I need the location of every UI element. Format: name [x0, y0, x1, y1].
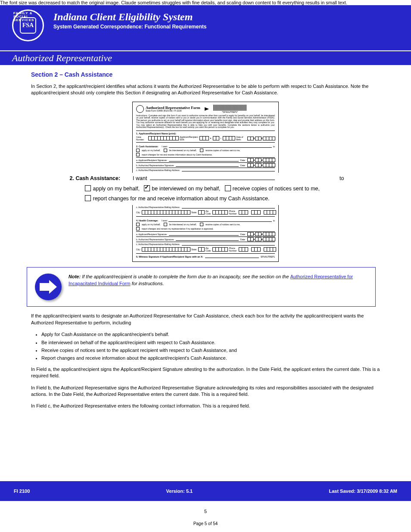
callout-opt4: report changes for me and receive inform…	[93, 196, 269, 202]
callout-opt2: be interviewed on my behalf,	[152, 186, 220, 192]
agency-seal: FAMILY & SOCIAL SERVICES FSA	[12, 9, 44, 41]
note-text: If the applicant/recipient is unable to …	[82, 274, 290, 279]
s1-ssn: Applicant/Recipient SSN:	[180, 136, 198, 141]
header-band: FAMILY & SOCIAL SERVICES FSA Indiana Cli…	[0, 5, 411, 50]
page-title: Indiana Client Eligibility System	[53, 11, 206, 23]
note-label: Note:	[68, 274, 81, 279]
footer-left: FI 2100	[14, 488, 30, 494]
field-a-paragraph: In Field a, the applicant/recipient sign…	[31, 366, 380, 380]
page-number: 5	[0, 509, 411, 514]
section-band: Authorized Representative	[0, 51, 411, 65]
s1-dob: Date of Birth:	[236, 136, 246, 141]
list-item: Receive copies of notices sent to the ap…	[41, 347, 380, 354]
case-cells	[148, 136, 178, 140]
intro-paragraph: In Section 2, the applicant/recipient id…	[31, 83, 380, 96]
s1-heading: 1. Applicant/Recipient Name (print):	[136, 132, 275, 135]
list-item: Be interviewed on behalf of the applican…	[41, 339, 380, 346]
checkbox-apply[interactable]	[85, 185, 91, 191]
note-tail: for instructions.	[132, 281, 164, 286]
checkbox-notices[interactable]	[225, 185, 231, 191]
s2-addr: c. Authorized Representative Mailing Add…	[136, 169, 180, 171]
section-heading: Section 2 – Cash Assistance	[31, 71, 380, 78]
callout-opt3: receive copies of notices sent to me,	[233, 186, 320, 192]
callout-blank-line	[150, 180, 275, 180]
section2-callout: 2. Cash Assistance: I want to apply on m…	[48, 173, 393, 205]
header-titles: Indiana Client Eligibility System System…	[53, 9, 206, 30]
callout-to: to	[339, 175, 344, 181]
s2-sig-a: a. Applicant/Recipient Signature:	[136, 159, 167, 162]
footer-band: FI 2100 Version: 5.1 Last Saved: 3/17/20…	[0, 481, 411, 501]
barcode-caption: *SFNAUTREP1*	[213, 111, 247, 113]
activity-bullets: Apply for Cash Assistance on the applica…	[41, 331, 380, 362]
form-section-1: 1. Applicant/Recipient Name (print): Cas…	[136, 131, 275, 141]
footer-center: Version: 5.1	[30, 488, 329, 494]
mini-seal-icon	[136, 105, 144, 113]
form-section-5: 5. Witness Signature if Applicant/Recipi…	[136, 253, 275, 258]
callout-heading: 2. Cash Assistance:	[69, 175, 120, 181]
s5-heading: 5. Witness Signature if Applicant/Recipi…	[136, 255, 203, 258]
barcode-icon	[213, 105, 247, 111]
list-item: Apply for Cash Assistance on the applica…	[41, 331, 380, 338]
checkbox-interview[interactable]	[144, 185, 150, 191]
list-item: Report changes and receive information a…	[41, 355, 380, 361]
checkbox-report[interactable]	[85, 195, 91, 201]
s2-to: to	[273, 145, 275, 148]
s2-date-a: Date:	[240, 159, 246, 162]
form-subtitle: State Form 53495 (R2/3-09) / FI 2100	[146, 110, 200, 112]
s2-options: apply on my behalf, be interviewed on my…	[136, 149, 275, 152]
s2-date-b: Date:	[240, 164, 246, 167]
ssn-cells	[199, 136, 209, 140]
seal-initials: FSA	[20, 17, 36, 34]
s1-case: Case Number:	[136, 136, 147, 141]
callout-iwant: I want	[133, 175, 147, 181]
footer-right: Last Saved: 3/17/2009 8:32 AM	[329, 488, 397, 494]
page-subtitle: System Generated Correspondence: Functio…	[53, 24, 206, 30]
s2-heading: 2. Cash Assistance:	[136, 145, 159, 148]
callout-opt1: apply on my behalf,	[93, 186, 139, 192]
field-c-paragraph: In Field c, the Authorized Representativ…	[31, 403, 380, 409]
s2-iwant: I want	[162, 145, 167, 148]
page-of: Page 5 of 54	[0, 521, 411, 526]
form-footer-code: SFNAUTREP1	[261, 255, 275, 258]
section-title: Authorized Representative	[12, 53, 112, 64]
field-b-paragraph: In Field b, the Authorized Representativ…	[31, 385, 380, 398]
checks-paragraph: If the applicant/recipient wants to desi…	[31, 313, 380, 326]
note-box: Note: If the applicant/recipient is unab…	[27, 267, 376, 307]
arrow-right-icon	[35, 274, 62, 300]
s2-sig-b: b. Authorized Representative Signature:	[136, 164, 174, 167]
s2-opt4: report changes for me and receive inform…	[142, 153, 212, 156]
form-instructions: Instructions: Complete and sign this for…	[136, 115, 275, 129]
form-section-4: 4. Health Coverage: I wantto apply on my…	[136, 216, 275, 252]
arrow-icon	[205, 107, 209, 111]
s4-heading: 4. Health Coverage:	[136, 219, 158, 222]
form-figure: Authorized Representative Form State For…	[31, 102, 380, 262]
